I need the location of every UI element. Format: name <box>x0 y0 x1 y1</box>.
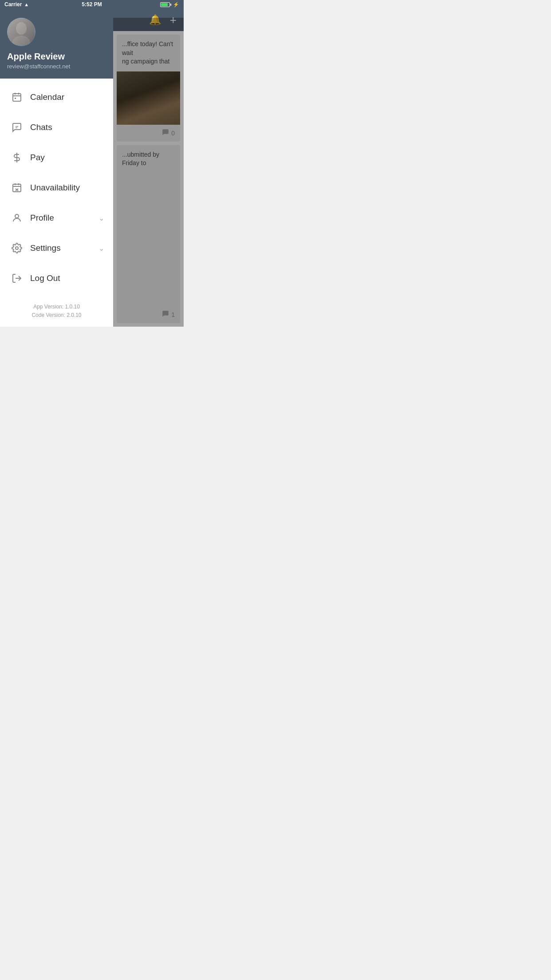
unavailability-icon <box>9 180 25 196</box>
logout-icon <box>9 270 25 286</box>
avatar[interactable] <box>7 18 35 46</box>
sidebar-item-unavailability[interactable]: Unavailability <box>0 173 113 203</box>
profile-label: Profile <box>30 213 98 223</box>
sidebar-drawer: Apple Review review@staffconnect.net Cal… <box>0 9 113 327</box>
drawer-overlay[interactable] <box>113 18 184 327</box>
settings-icon <box>9 240 25 256</box>
settings-label: Settings <box>30 243 98 253</box>
user-name: Apple Review <box>7 51 106 62</box>
sidebar-item-calendar[interactable]: Calendar <box>0 82 113 112</box>
wifi-icon: ▲ <box>24 2 29 7</box>
carrier-label: Carrier <box>4 1 22 8</box>
svg-rect-7 <box>15 98 16 99</box>
pay-label: Pay <box>30 153 104 162</box>
unavailability-label: Unavailability <box>30 183 104 193</box>
calendar-label: Calendar <box>30 92 104 102</box>
svg-point-18 <box>16 247 18 249</box>
sidebar-header: Apple Review review@staffconnect.net <box>0 9 113 79</box>
user-email: review@staffconnect.net <box>7 63 106 70</box>
battery-indicator <box>160 2 171 7</box>
app-version: App Version: 1.0.10 <box>7 303 106 311</box>
sidebar-item-settings[interactable]: Settings ⌄ <box>0 233 113 263</box>
sidebar-item-profile[interactable]: Profile ⌄ <box>0 203 113 233</box>
svg-point-17 <box>15 214 19 218</box>
code-version: Code Version: 2.0.10 <box>7 311 106 320</box>
sidebar-item-logout[interactable]: Log Out <box>0 263 113 293</box>
logout-label: Log Out <box>30 273 104 283</box>
profile-icon <box>9 210 25 226</box>
calendar-icon <box>9 89 25 105</box>
sidebar-footer: App Version: 1.0.10 Code Version: 2.0.10 <box>0 296 113 327</box>
chats-icon <box>9 119 25 135</box>
profile-chevron-icon: ⌄ <box>98 214 104 222</box>
status-bar: Carrier ▲ 5:52 PM ⚡ <box>0 0 184 9</box>
svg-rect-11 <box>13 184 21 192</box>
nav-list: Calendar Chats <box>0 79 113 296</box>
avatar-image <box>7 18 35 46</box>
svg-rect-2 <box>8 19 35 45</box>
sidebar-item-pay[interactable]: Pay <box>0 142 113 173</box>
settings-chevron-icon: ⌄ <box>98 244 104 253</box>
pay-icon <box>9 150 25 166</box>
svg-rect-3 <box>13 94 21 101</box>
chats-label: Chats <box>30 122 104 132</box>
time-label: 5:52 PM <box>82 1 102 8</box>
bolt-icon: ⚡ <box>173 2 179 8</box>
sidebar-item-chats[interactable]: Chats <box>0 112 113 142</box>
